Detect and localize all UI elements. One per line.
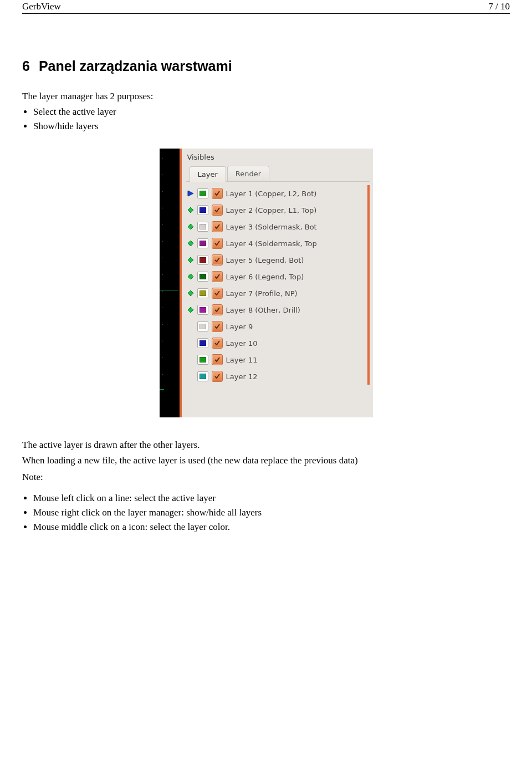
svg-marker-6 xyxy=(188,290,193,296)
layer-diamond-icon xyxy=(187,207,194,213)
tabs: Layer Render xyxy=(186,166,370,182)
layer-color-swatch[interactable] xyxy=(197,238,208,248)
layer-visibility-checkbox[interactable] xyxy=(212,238,223,249)
layer-label: Layer 10 xyxy=(226,339,258,348)
list-item: Select the active layer xyxy=(33,106,510,118)
layer-visibility-checkbox[interactable] xyxy=(212,338,223,349)
layer-row[interactable]: Layer 10 xyxy=(186,335,366,351)
layer-visibility-checkbox[interactable] xyxy=(212,188,223,199)
layer-label: Layer 12 xyxy=(226,372,258,381)
svg-marker-0 xyxy=(188,191,193,196)
svg-marker-5 xyxy=(188,274,193,279)
section-title: Panel zarządzania warstwami xyxy=(39,58,232,74)
layer-color-swatch[interactable] xyxy=(197,321,208,331)
layer-label: Layer 5 (Legend, Bot) xyxy=(226,256,304,264)
layer-color-swatch[interactable] xyxy=(197,222,208,232)
arrow-spacer xyxy=(187,356,194,363)
svg-marker-1 xyxy=(188,207,193,213)
layer-label: Layer 2 (Copper, L1, Top) xyxy=(226,206,317,215)
page-number: 7 / 10 xyxy=(488,1,510,12)
list-item: Mouse right click on the layer manager: … xyxy=(33,507,510,518)
layer-label: Layer 1 (Copper, L2, Bot) xyxy=(226,190,317,198)
layer-diamond-icon xyxy=(187,223,194,230)
panel-title: Visibles xyxy=(186,151,370,166)
layer-diamond-icon xyxy=(187,290,194,297)
layer-row[interactable]: Layer 8 (Other, Drill) xyxy=(186,302,366,318)
layer-row[interactable]: Layer 5 (Legend, Bot) xyxy=(186,252,366,268)
tab-layer[interactable]: Layer xyxy=(190,166,226,182)
svg-marker-2 xyxy=(188,224,193,229)
layer-diamond-icon xyxy=(187,307,194,313)
layer-row[interactable]: Layer 9 xyxy=(186,318,366,335)
svg-marker-4 xyxy=(188,257,193,263)
layer-visibility-checkbox[interactable] xyxy=(212,371,223,382)
layer-row[interactable]: Layer 6 (Legend, Top) xyxy=(186,268,366,285)
layer-row[interactable]: Layer 2 (Copper, L1, Top) xyxy=(186,202,366,218)
layer-label: Layer 8 (Other, Drill) xyxy=(226,306,300,314)
list-item: Show/hide layers xyxy=(33,121,510,132)
layer-label: Layer 4 (Soldermask, Top xyxy=(226,239,317,248)
layer-visibility-checkbox[interactable] xyxy=(212,288,223,299)
layer-label: Layer 7 (Profile, NP) xyxy=(226,289,298,298)
section-number: 6 xyxy=(22,58,30,74)
svg-marker-3 xyxy=(188,241,193,246)
svg-marker-7 xyxy=(188,307,193,313)
arrow-spacer xyxy=(187,340,194,346)
screenshot: ... ... ... ... ... Visibles Layer Rende… xyxy=(22,149,510,417)
layer-row[interactable]: Layer 3 (Soldermask, Bot xyxy=(186,218,366,235)
layer-label: Layer 6 (Legend, Top) xyxy=(226,273,304,281)
notes-list: Mouse left click on a line: select the a… xyxy=(22,493,510,533)
layer-label: Layer 9 xyxy=(226,323,253,331)
layer-diamond-icon xyxy=(187,257,194,263)
layer-row[interactable]: Layer 11 xyxy=(186,351,366,368)
layer-diamond-icon xyxy=(187,273,194,280)
body-text: The active layer is drawn after the othe… xyxy=(22,440,510,451)
arrow-spacer xyxy=(187,323,194,330)
layer-color-swatch[interactable] xyxy=(197,188,208,198)
layer-color-swatch[interactable] xyxy=(197,272,208,282)
layer-row[interactable]: Layer 4 (Soldermask, Top xyxy=(186,235,366,252)
layer-row[interactable]: Layer 7 (Profile, NP) xyxy=(186,285,366,302)
layer-color-swatch[interactable] xyxy=(197,255,208,265)
layer-row[interactable]: Layer 1 (Copper, L2, Bot) xyxy=(186,185,366,202)
layer-color-swatch[interactable] xyxy=(197,305,208,315)
layer-visibility-checkbox[interactable] xyxy=(212,271,223,282)
list-item: Mouse middle click on a icon: select the… xyxy=(33,522,510,533)
layer-row[interactable]: Layer 12 xyxy=(186,368,366,385)
list-item: Mouse left click on a line: select the a… xyxy=(33,493,510,504)
layer-diamond-icon xyxy=(187,240,194,247)
intro-text: The layer manager has 2 purposes: xyxy=(22,91,510,102)
body-text: When loading a new file, the active laye… xyxy=(22,455,510,466)
section-heading: 6Panel zarządzania warstwami xyxy=(22,58,510,74)
layer-color-swatch[interactable] xyxy=(197,288,208,298)
layer-visibility-checkbox[interactable] xyxy=(212,304,223,315)
doc-title: GerbView xyxy=(22,1,61,12)
tab-render[interactable]: Render xyxy=(227,166,269,181)
layer-visibility-checkbox[interactable] xyxy=(212,254,223,266)
layer-visibility-checkbox[interactable] xyxy=(212,205,223,216)
layer-label: Layer 3 (Soldermask, Bot xyxy=(226,223,317,231)
layer-visibility-checkbox[interactable] xyxy=(212,354,223,365)
arrow-spacer xyxy=(187,373,194,380)
note-label: Note: xyxy=(22,472,510,483)
layer-color-swatch[interactable] xyxy=(197,371,208,381)
layer-list: Layer 1 (Copper, L2, Bot)Layer 2 (Copper… xyxy=(186,185,370,385)
active-layer-arrow-icon xyxy=(187,190,194,197)
layer-color-swatch[interactable] xyxy=(197,338,208,348)
layer-label: Layer 11 xyxy=(226,356,258,364)
purpose-list: Select the active layer Show/hide layers xyxy=(22,106,510,132)
layer-visibility-checkbox[interactable] xyxy=(212,221,223,232)
layer-color-swatch[interactable] xyxy=(197,355,208,365)
layer-color-swatch[interactable] xyxy=(197,205,208,215)
layer-visibility-checkbox[interactable] xyxy=(212,321,223,332)
canvas-ruler: ... ... ... ... ... xyxy=(160,149,182,417)
